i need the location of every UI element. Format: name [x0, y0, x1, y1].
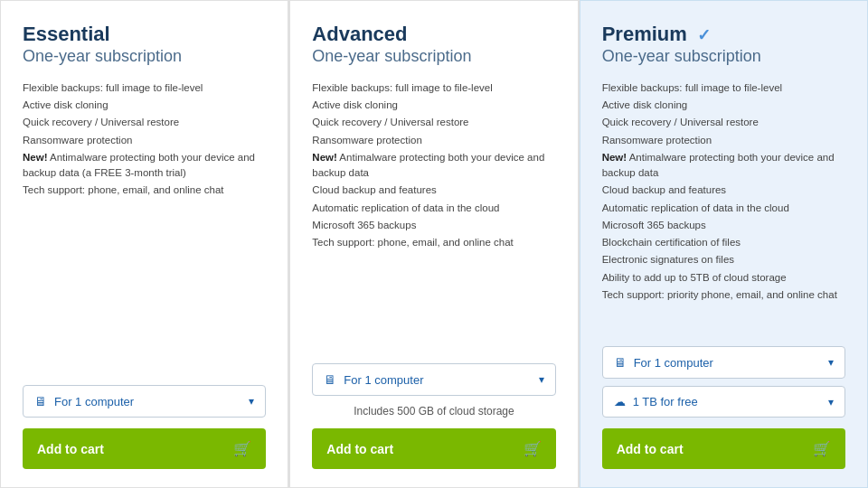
feature-item: Tech support: priority phone, email, and…: [602, 287, 845, 303]
plan-card-essential: EssentialOne-year subscriptionFlexible b…: [0, 0, 288, 488]
check-icon: ✓: [693, 26, 711, 44]
computer-dropdown-premium[interactable]: 🖥For 1 computer▾: [602, 346, 845, 379]
add-to-cart-label: Add to cart: [617, 442, 684, 456]
computer-dropdown-label: For 1 computer: [54, 395, 134, 408]
feature-item: Active disk cloning: [602, 98, 845, 113]
cart-icon: 🛒: [524, 440, 542, 457]
add-to-cart-label: Add to cart: [326, 442, 393, 456]
plan-title-premium: Premium ✓: [602, 23, 845, 46]
computer-dropdown-advanced[interactable]: 🖥For 1 computer▾: [312, 363, 555, 396]
feature-item: Flexible backups: full image to file-lev…: [23, 80, 266, 96]
new-feature-item: New! Antimalware protecting both your de…: [23, 150, 266, 182]
feature-item: Ransomware protection: [23, 133, 266, 148]
chevron-down-icon: ▾: [539, 373, 544, 386]
feature-item: Ransomware protection: [312, 133, 555, 148]
plan-subtitle-premium: One-year subscription: [602, 46, 845, 67]
feature-item: Quick recovery / Universal restore: [23, 115, 266, 130]
feature-item: Active disk cloning: [312, 98, 555, 113]
computer-dropdown-label: For 1 computer: [634, 356, 713, 370]
feature-item: Microsoft 365 backups: [312, 218, 555, 233]
feature-item: Tech support: phone, email, and online c…: [23, 183, 266, 198]
bottom-section-advanced: 🖥For 1 computer▾Includes 500 GB of cloud…: [312, 363, 555, 469]
feature-item: Tech support: phone, email, and online c…: [312, 235, 555, 250]
add-to-cart-button-advanced[interactable]: Add to cart🛒: [312, 428, 555, 469]
plans-container: EssentialOne-year subscriptionFlexible b…: [0, 0, 868, 488]
plan-card-advanced: AdvancedOne-year subscriptionFlexible ba…: [289, 0, 578, 488]
feature-item: Automatic replication of data in the clo…: [312, 201, 555, 216]
computer-dropdown-essential[interactable]: 🖥For 1 computer▾: [23, 385, 266, 418]
cloud-storage-note: Includes 500 GB of cloud storage: [312, 405, 555, 418]
chevron-down-icon: ▾: [249, 395, 254, 408]
add-to-cart-label: Add to cart: [37, 442, 104, 456]
feature-item: Quick recovery / Universal restore: [312, 115, 555, 130]
storage-dropdown-label: 1 TB for free: [633, 395, 698, 408]
feature-item: Electronic signatures on files: [602, 252, 845, 267]
feature-item: Flexible backups: full image to file-lev…: [602, 80, 845, 96]
features-list-premium: Flexible backups: full image to file-lev…: [602, 80, 845, 330]
feature-item: Microsoft 365 backups: [602, 218, 845, 233]
cart-icon: 🛒: [813, 440, 831, 457]
feature-item: Cloud backup and features: [312, 183, 555, 198]
monitor-icon: 🖥: [324, 372, 336, 387]
feature-item: Quick recovery / Universal restore: [602, 115, 845, 130]
chevron-down-icon: ▾: [828, 396, 834, 408]
plan-subtitle-essential: One-year subscription: [23, 46, 266, 67]
plan-subtitle-advanced: One-year subscription: [312, 46, 555, 67]
monitor-icon: 🖥: [614, 355, 627, 370]
chevron-down-icon: ▾: [828, 356, 834, 369]
new-feature-item: New! Antimalware protecting both your de…: [312, 150, 555, 182]
feature-item: Ransomware protection: [602, 133, 845, 148]
plan-title-essential: Essential: [23, 23, 266, 46]
plan-card-premium: Premium ✓One-year subscriptionFlexible b…: [580, 0, 868, 488]
cloud-icon: ☁: [614, 395, 626, 408]
bottom-section-essential: 🖥For 1 computer▾Add to cart🛒: [23, 385, 266, 469]
feature-item: Automatic replication of data in the clo…: [602, 201, 845, 216]
features-list-essential: Flexible backups: full image to file-lev…: [23, 80, 266, 369]
cart-icon: 🛒: [233, 440, 251, 457]
storage-dropdown-premium[interactable]: ☁1 TB for free▾: [602, 386, 845, 418]
add-to-cart-button-essential[interactable]: Add to cart🛒: [23, 428, 266, 469]
feature-item: Blockchain certification of files: [602, 235, 845, 250]
feature-item: Active disk cloning: [23, 98, 266, 113]
add-to-cart-button-premium[interactable]: Add to cart🛒: [602, 428, 845, 469]
bottom-section-premium: 🖥For 1 computer▾☁1 TB for free▾Add to ca…: [602, 346, 845, 469]
features-list-advanced: Flexible backups: full image to file-lev…: [312, 80, 555, 347]
feature-item: Cloud backup and features: [602, 183, 845, 198]
plan-title-advanced: Advanced: [312, 23, 555, 46]
feature-item: Flexible backups: full image to file-lev…: [312, 80, 555, 96]
new-feature-item: New! Antimalware protecting both your de…: [602, 150, 845, 182]
computer-dropdown-label: For 1 computer: [344, 373, 423, 387]
monitor-icon: 🖥: [34, 394, 47, 408]
feature-item: Ability to add up to 5TB of cloud storag…: [602, 270, 845, 286]
